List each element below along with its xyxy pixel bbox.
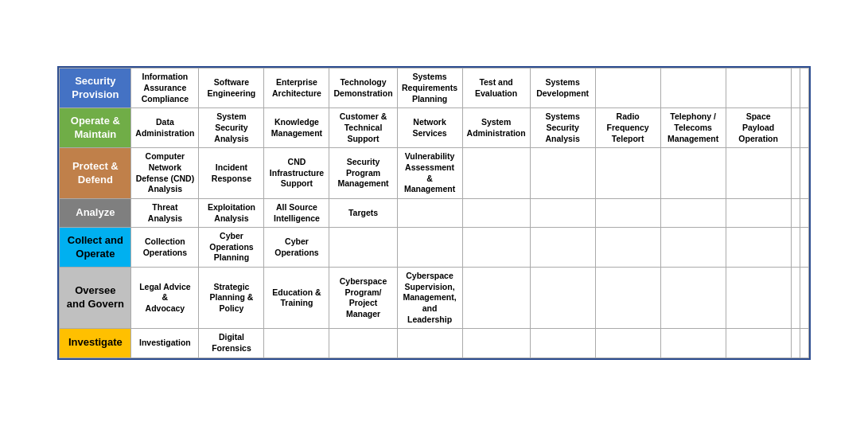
category-cell-3: Analyze bbox=[60, 198, 131, 227]
cell-6-4 bbox=[397, 329, 462, 358]
cell-1-5: SystemAdministration bbox=[462, 108, 530, 148]
cell-2-11 bbox=[800, 148, 808, 199]
cell-5-10 bbox=[791, 268, 800, 329]
cell-2-2: CNDInfrastructureSupport bbox=[264, 148, 329, 199]
cell-1-8: Telephony /TelecomsManagement bbox=[660, 108, 726, 148]
cell-5-2: Education &Training bbox=[264, 268, 329, 329]
cell-4-3 bbox=[329, 228, 397, 268]
cell-3-8 bbox=[660, 198, 726, 227]
cell-3-10 bbox=[791, 198, 800, 227]
cell-1-2: KnowledgeManagement bbox=[264, 108, 329, 148]
cell-1-7: RadioFrequencyTeleport bbox=[595, 108, 660, 148]
category-cell-4: Collect andOperate bbox=[60, 228, 131, 268]
cell-1-3: Customer &TechnicalSupport bbox=[329, 108, 397, 148]
cell-1-6: SystemsSecurityAnalysis bbox=[530, 108, 595, 148]
category-cell-0: SecurityProvision bbox=[60, 68, 131, 108]
cell-5-1: StrategicPlanning &Policy bbox=[199, 268, 264, 329]
cell-2-10 bbox=[791, 148, 800, 199]
cell-0-9 bbox=[726, 68, 791, 108]
cell-3-4 bbox=[397, 198, 462, 227]
cell-6-5 bbox=[462, 329, 530, 358]
cell-5-7 bbox=[595, 268, 660, 329]
cell-5-6 bbox=[530, 268, 595, 329]
cell-2-3: SecurityProgramManagement bbox=[329, 148, 397, 199]
cell-5-4: CyberspaceSupervision,Management,andLead… bbox=[397, 268, 462, 329]
cell-6-0: Investigation bbox=[131, 329, 199, 358]
cell-3-11 bbox=[800, 198, 808, 227]
cell-1-11 bbox=[800, 108, 808, 148]
cell-0-10 bbox=[791, 68, 800, 108]
cell-4-9 bbox=[726, 228, 791, 268]
cell-1-9: Space PayloadOperation bbox=[726, 108, 791, 148]
cell-2-4: VulnerabilityAssessment &Management bbox=[397, 148, 462, 199]
cell-6-11 bbox=[800, 329, 808, 358]
cell-1-4: NetworkServices bbox=[397, 108, 462, 148]
cell-5-9 bbox=[726, 268, 791, 329]
cell-4-0: CollectionOperations bbox=[131, 228, 199, 268]
cell-3-9 bbox=[726, 198, 791, 227]
category-cell-1: Operate &Maintain bbox=[60, 108, 131, 148]
cell-5-5 bbox=[462, 268, 530, 329]
cell-0-11 bbox=[800, 68, 808, 108]
category-cell-5: Overseeand Govern bbox=[60, 268, 131, 329]
cell-6-3 bbox=[329, 329, 397, 358]
category-cell-6: Investigate bbox=[60, 329, 131, 358]
cell-4-1: CyberOperationsPlanning bbox=[199, 228, 264, 268]
cell-6-6 bbox=[530, 329, 595, 358]
cell-3-0: ThreatAnalysis bbox=[131, 198, 199, 227]
cell-3-1: ExploitationAnalysis bbox=[199, 198, 264, 227]
cell-1-10 bbox=[791, 108, 800, 148]
cell-5-0: Legal Advice &Advocacy bbox=[131, 268, 199, 329]
cell-6-2 bbox=[264, 329, 329, 358]
category-cell-2: Protect &Defend bbox=[60, 148, 131, 199]
cell-6-10 bbox=[791, 329, 800, 358]
cell-4-10 bbox=[791, 228, 800, 268]
cell-0-7 bbox=[595, 68, 660, 108]
cell-2-0: ComputerNetworkDefense (CND)Analysis bbox=[131, 148, 199, 199]
cell-5-3: CyberspaceProgram/ProjectManager bbox=[329, 268, 397, 329]
cell-0-4: SystemsRequirementsPlanning bbox=[397, 68, 462, 108]
cell-4-7 bbox=[595, 228, 660, 268]
cell-0-3: TechnologyDemonstration bbox=[329, 68, 397, 108]
cell-0-0: InformationAssuranceCompliance bbox=[131, 68, 199, 108]
cell-2-1: IncidentResponse bbox=[199, 148, 264, 199]
cell-4-8 bbox=[660, 228, 726, 268]
cell-6-7 bbox=[595, 329, 660, 358]
cell-0-6: SystemsDevelopment bbox=[530, 68, 595, 108]
cell-6-8 bbox=[660, 329, 726, 358]
cell-3-6 bbox=[530, 198, 595, 227]
cell-2-7 bbox=[595, 148, 660, 199]
cell-4-5 bbox=[462, 228, 530, 268]
cell-2-5 bbox=[462, 148, 530, 199]
cell-3-2: All SourceIntelligence bbox=[264, 198, 329, 227]
cell-0-5: Test andEvaluation bbox=[462, 68, 530, 108]
cell-2-8 bbox=[660, 148, 726, 199]
cell-4-6 bbox=[530, 228, 595, 268]
cell-2-9 bbox=[726, 148, 791, 199]
cell-0-8 bbox=[660, 68, 726, 108]
cell-5-11 bbox=[800, 268, 808, 329]
cell-3-7 bbox=[595, 198, 660, 227]
cell-4-2: CyberOperations bbox=[264, 228, 329, 268]
cell-4-4 bbox=[397, 228, 462, 268]
cell-6-9 bbox=[726, 329, 791, 358]
cell-2-6 bbox=[530, 148, 595, 199]
main-table-wrapper: SecurityProvisionInformationAssuranceCom… bbox=[57, 66, 810, 359]
cell-0-2: EnterpriseArchitecture bbox=[264, 68, 329, 108]
cell-1-1: SystemSecurityAnalysis bbox=[199, 108, 264, 148]
cell-1-0: DataAdministration bbox=[131, 108, 199, 148]
cell-0-1: SoftwareEngineering bbox=[199, 68, 264, 108]
cell-6-1: DigitalForensics bbox=[199, 329, 264, 358]
cell-5-8 bbox=[660, 268, 726, 329]
cell-3-5 bbox=[462, 198, 530, 227]
cell-3-3: Targets bbox=[329, 198, 397, 227]
cell-4-11 bbox=[800, 228, 808, 268]
